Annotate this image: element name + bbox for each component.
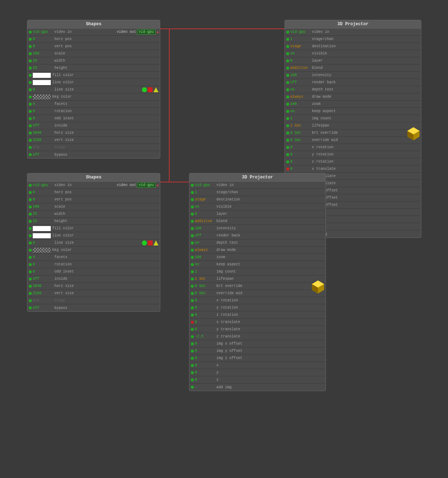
lbl: z rotation — [216, 313, 324, 317]
dot — [191, 299, 194, 302]
row-img-x-offset: 0 img x offset — [189, 340, 326, 348]
lbl: inside — [54, 277, 158, 281]
val-bkg — [33, 248, 51, 253]
dot — [191, 292, 194, 295]
lbl: y translate — [216, 327, 324, 331]
row-lifespan: 1 Sec lifespan — [189, 275, 326, 283]
dot — [191, 198, 194, 201]
val-fill — [33, 226, 51, 231]
dot — [191, 220, 194, 223]
val: 0 — [290, 145, 312, 149]
lbl: x — [312, 210, 420, 214]
lbl: img z offset — [216, 356, 324, 360]
lbl: visible — [312, 52, 420, 56]
row-z-rotation: 0 z rotation — [285, 158, 421, 165]
port-badge-out[interactable]: vid-gpu — [137, 29, 156, 35]
row-blend: additive blend — [285, 65, 421, 72]
row-y: 0 y — [189, 369, 326, 376]
dot — [286, 117, 289, 120]
val: 0 Sec — [195, 291, 216, 295]
row-keep-aspect: on keep aspect — [285, 108, 421, 115]
val: 25 — [33, 66, 54, 70]
dot — [191, 205, 194, 208]
dot — [191, 285, 194, 288]
dot — [29, 38, 32, 41]
val: on — [290, 109, 312, 113]
dot — [191, 314, 194, 317]
val: 0 — [195, 306, 216, 310]
row-facets: 4 facets — [27, 254, 160, 261]
lbl: line size — [54, 88, 140, 92]
dot — [29, 263, 32, 266]
lbl: height — [54, 219, 158, 223]
lbl: stage/chan — [312, 37, 420, 41]
lbl: stage — [54, 298, 158, 302]
dot — [191, 371, 194, 374]
shapes-node-1: Shapes vid-gpu video in video out vid-gp… — [27, 20, 160, 159]
row-odd-inset: 0 odd inset — [27, 268, 160, 275]
val: 0 — [33, 37, 54, 41]
dot — [191, 328, 194, 331]
dot — [286, 96, 289, 98]
port-arrow: ◀ — [156, 30, 158, 34]
val: - — [195, 385, 216, 389]
val: vid-gpu — [195, 183, 216, 187]
val: off — [195, 234, 216, 238]
row-render-back: off render back — [285, 79, 421, 86]
dot — [29, 96, 32, 98]
val: 0 — [195, 298, 216, 302]
lbl: z rotation — [312, 160, 420, 164]
row-depth-test: on depth test — [189, 239, 326, 247]
lbl: facets — [54, 102, 158, 106]
projector-node-2: 3D Projector vid-gpu video in 1 stage/ch… — [189, 173, 326, 391]
dot — [29, 306, 32, 309]
triangle-icon — [153, 87, 158, 92]
dot — [191, 357, 194, 360]
lbl: depth test — [216, 241, 324, 245]
dot-vid — [29, 31, 32, 34]
val: 2160 — [33, 291, 54, 295]
dot — [191, 270, 194, 273]
val: 0 Sec — [290, 131, 312, 135]
lbl: stage/chan — [216, 190, 324, 194]
lbl: x translate — [312, 167, 420, 171]
dot — [286, 59, 289, 62]
row-keep-aspect: on keep aspect — [189, 261, 326, 268]
lbl: brt override — [312, 131, 420, 135]
val: 0 — [290, 152, 312, 156]
lbl: rotation — [54, 109, 158, 113]
dot — [29, 88, 32, 91]
val: 0 — [195, 356, 216, 360]
row-video-in: vid-gpu video in video out vid-gpu ◀ — [27, 182, 160, 189]
lbl: blend — [312, 66, 420, 70]
lbl: keep aspect — [312, 109, 420, 113]
row-line-color: line color — [27, 232, 160, 239]
val: n/a — [33, 145, 54, 149]
row-video-in: vid-gpu video in — [189, 182, 326, 189]
dot — [29, 299, 32, 302]
row-override-wid: 0 Sec override wid — [189, 290, 326, 297]
val: stage — [290, 44, 312, 48]
lbl: horz size — [54, 284, 158, 288]
val: vid-gpu — [290, 30, 312, 34]
dot — [286, 132, 289, 134]
val: 0 — [195, 349, 216, 353]
dot — [286, 110, 289, 113]
dot — [29, 81, 32, 84]
dot — [29, 153, 32, 156]
port-badge-out[interactable]: vid-gpu — [137, 182, 156, 188]
dot — [286, 139, 289, 142]
lbl: x rotation — [216, 298, 324, 302]
row-inside: off inside — [27, 275, 160, 283]
row-fill-color: fill color — [27, 225, 160, 232]
val: 0 — [33, 109, 54, 113]
val: always — [195, 248, 216, 252]
dot — [191, 191, 194, 194]
row-x-translate: 0 x translate — [285, 165, 421, 173]
val: stage — [195, 198, 216, 202]
lbl: odd inset — [54, 270, 158, 274]
lbl: z translate — [216, 335, 324, 338]
row-horz-pos: 0 horz pos — [27, 189, 160, 196]
val: n/a — [33, 298, 54, 302]
lbl: override wid — [312, 138, 420, 142]
